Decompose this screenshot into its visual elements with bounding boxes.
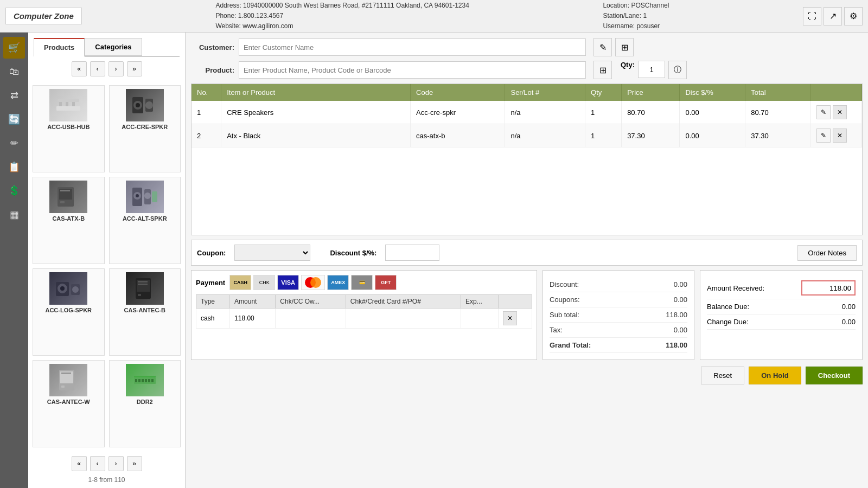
product-add-btn[interactable]: ⊞	[593, 61, 612, 79]
product-label: Product:	[191, 66, 234, 74]
tab-products[interactable]: Products	[34, 38, 85, 57]
row1-qty: 1	[585, 101, 622, 124]
row1-edit-btn[interactable]: ✎	[816, 105, 831, 119]
svg-rect-41	[134, 376, 156, 377]
amount-received-row: Amount Received:	[707, 277, 856, 299]
discount-input[interactable]	[385, 245, 439, 261]
product-item-cas-antec-b[interactable]: CAS-ANTEC-B	[109, 268, 181, 356]
change-due-label: Change Due:	[707, 318, 749, 326]
customer-edit-btn[interactable]: ✎	[593, 38, 612, 56]
row2-delete-btn[interactable]: ✕	[833, 129, 847, 143]
svg-rect-38	[145, 379, 147, 382]
svg-point-18	[144, 192, 151, 199]
customer-input[interactable]	[239, 38, 586, 56]
customer-add-btn[interactable]: ⊞	[615, 38, 634, 56]
payment-amounts: Amount Received: Balance Due: 0.00 Chang…	[700, 270, 863, 360]
payment-summary: Discount: 0.00 Coupons: 0.00 Sub total: …	[542, 270, 694, 360]
coupon-row: Coupon: Discount $/%: Order Notes	[191, 240, 863, 266]
tab-categories[interactable]: Categories	[85, 38, 142, 56]
payment-cc-icon[interactable]: 💳	[351, 275, 373, 290]
pcol-type: Type	[196, 295, 230, 309]
brand-logo: Computer Zone	[5, 8, 82, 24]
product-label-acc-alt-spkr: ACC-ALT-SPKR	[113, 215, 177, 222]
page-bottom-last-btn[interactable]: »	[127, 456, 142, 471]
product-item-acc-cre-spkr[interactable]: ACC-CRE-SPKR	[109, 85, 181, 172]
balance-due-label: Balance Due:	[707, 303, 749, 311]
product-thumb-cas-atx-b	[49, 181, 87, 213]
summary-subtotal: Sub total: 118.00	[550, 307, 687, 323]
left-panel: Products Categories « ‹ › » ACC-USB-HUB …	[28, 33, 186, 488]
payment-gift-icon[interactable]: GFT	[375, 275, 397, 290]
payment-label: Payment	[196, 279, 225, 287]
product-row: Product: ⊞ Qty: ⓘ	[191, 61, 863, 79]
row1-delete-btn[interactable]: ✕	[833, 105, 847, 119]
payment-delete-btn[interactable]: ✕	[503, 311, 517, 325]
payment-amex-icon[interactable]: AMEX	[327, 275, 349, 290]
reset-button[interactable]: Reset	[701, 367, 744, 384]
page-first-btn[interactable]: «	[72, 61, 87, 76]
svg-point-22	[60, 286, 65, 291]
product-item-ddr2[interactable]: DDR2	[109, 360, 181, 447]
sidebar-icon-dollar[interactable]: 💲	[3, 180, 25, 202]
product-item-acc-log-spkr[interactable]: ACC-LOG-SPKR	[33, 268, 105, 356]
settings-button[interactable]: ⚙	[844, 7, 863, 25]
col-actions	[811, 84, 862, 101]
row2-actions: ✎ ✕	[811, 124, 862, 147]
payment-check-icon[interactable]: CHK	[253, 275, 275, 290]
export-button[interactable]: ↗	[824, 7, 842, 25]
sidebar-icon-grid[interactable]: ▦	[3, 204, 25, 226]
product-thumb-ddr2	[126, 364, 164, 396]
sidebar-icon-edit[interactable]: ✏	[3, 132, 25, 154]
product-item-acc-usb-hub[interactable]: ACC-USB-HUB	[33, 85, 105, 172]
row1-serial: n/a	[505, 101, 585, 124]
sidebar-icon-cart[interactable]: 🛒	[3, 37, 25, 59]
change-due-row: Change Due: 0.00	[707, 314, 856, 330]
page-last-btn[interactable]: »	[127, 61, 142, 76]
page-next-btn[interactable]: ›	[108, 61, 124, 76]
fullscreen-button[interactable]: ⛶	[803, 7, 821, 25]
pagination-bottom: « ‹ › »	[28, 452, 185, 476]
product-input[interactable]	[239, 61, 586, 79]
prow1-type: cash	[196, 309, 230, 329]
product-label-cas-antec-b: CAS-ANTEC-B	[113, 307, 177, 313]
order-row-2: 2 Atx - Black cas-atx-b n/a 1 37.30 0.00…	[192, 124, 862, 147]
svg-rect-19	[152, 191, 157, 202]
product-thumb-acc-cre-spkr	[126, 89, 164, 121]
product-info-btn[interactable]: ⓘ	[668, 61, 687, 79]
product-item-cas-antec-w[interactable]: CAS-ANTEC-W	[33, 360, 105, 447]
row1-item: CRE Speakers	[221, 101, 411, 124]
sidebar-icon-transfer[interactable]: ⇄	[3, 85, 25, 106]
product-label-acc-cre-spkr: ACC-CRE-SPKR	[113, 124, 177, 130]
col-total: Total	[745, 84, 811, 101]
onhold-button[interactable]: On Hold	[749, 367, 801, 384]
order-row-1: 1 CRE Speakers Acc-cre-spkr n/a 1 80.70 …	[192, 101, 862, 124]
product-item-cas-atx-b[interactable]: CAS-ATX-B	[33, 177, 105, 264]
checkout-button[interactable]: Checkout	[806, 367, 863, 384]
page-bottom-first-btn[interactable]: «	[72, 456, 87, 471]
product-thumb-cas-antec-b	[126, 272, 164, 305]
order-notes-btn[interactable]: Order Notes	[797, 245, 857, 261]
prow1-amount: 118.00	[230, 309, 276, 329]
pagination-top: « ‹ › »	[28, 57, 185, 81]
svg-point-43	[310, 277, 321, 288]
sidebar-icon-list[interactable]: 📋	[3, 156, 25, 178]
svg-point-7	[136, 103, 140, 107]
coupon-select[interactable]	[234, 245, 310, 261]
payment-section: Payment CASH CHK VISA AMEX 💳 GFT	[191, 270, 863, 360]
row2-edit-btn[interactable]: ✎	[816, 129, 831, 143]
page-bottom-prev-btn[interactable]: ‹	[90, 456, 105, 471]
payment-visa-icon[interactable]: VISA	[277, 275, 299, 290]
sidebar-icon-shopping[interactable]: 🛍	[3, 61, 25, 82]
svg-rect-4	[56, 106, 80, 111]
row2-no: 2	[192, 124, 221, 147]
page-prev-btn[interactable]: ‹	[90, 61, 105, 76]
payment-mc-icon[interactable]	[301, 275, 325, 290]
page-bottom-next-btn[interactable]: ›	[108, 456, 124, 471]
payment-cash-icon[interactable]: CASH	[229, 275, 251, 290]
product-item-acc-alt-spkr[interactable]: ACC-ALT-SPKR	[109, 177, 181, 264]
sidebar-icon-refresh[interactable]: 🔄	[3, 108, 25, 130]
amount-received-input[interactable]	[801, 280, 856, 296]
product-grid: ACC-USB-HUB ACC-CRE-SPKR CAS-ATX-B ACC-A…	[28, 81, 185, 452]
row2-code: cas-atx-b	[411, 124, 505, 147]
qty-input[interactable]	[638, 61, 665, 78]
